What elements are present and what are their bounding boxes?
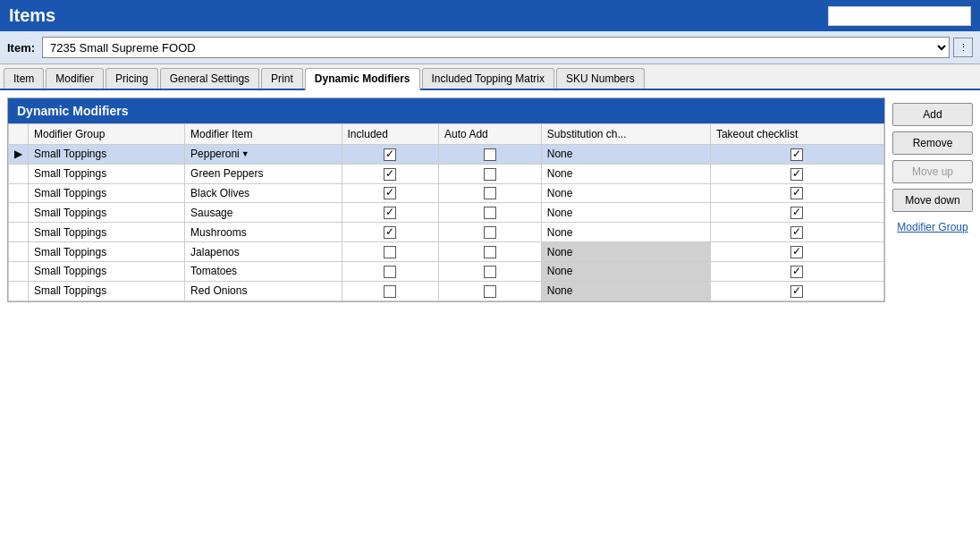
included-cell[interactable] [342, 261, 439, 281]
takeout-cell[interactable] [710, 203, 883, 223]
substitution-cell: None [541, 203, 710, 223]
table-row[interactable]: Small ToppingsJalapenosNone [9, 242, 884, 262]
item-label: Item: [7, 41, 35, 55]
tab-item[interactable]: Item [4, 68, 44, 89]
modifier-item-cell: Tomatoes [185, 261, 342, 281]
substitution-cell: None [541, 242, 710, 262]
modifier-group-cell: Small Toppings [29, 261, 185, 281]
remove-button[interactable]: Remove [892, 131, 973, 155]
takeout-cell[interactable] [710, 281, 883, 300]
substitution-cell: None [541, 261, 710, 281]
row-arrow [9, 164, 29, 183]
auto-add-cell[interactable] [439, 281, 542, 300]
col-modifier-item: Modifier Item [185, 124, 342, 145]
row-arrow [9, 261, 29, 281]
takeout-cell[interactable] [710, 242, 883, 262]
tab-included-topping-matrix[interactable]: Included Topping Matrix [422, 68, 555, 89]
modifiers-table: Modifier Group Modifier Item Included Au… [8, 123, 884, 301]
page-title: Items [9, 5, 55, 26]
modifier-group-cell: Small Toppings [29, 145, 185, 165]
row-arrow [9, 281, 29, 300]
move-up-button[interactable]: Move up [892, 160, 973, 183]
table-row[interactable]: Small ToppingsGreen PeppersNone [9, 164, 884, 183]
substitution-cell: None [541, 223, 710, 242]
included-cell[interactable] [342, 281, 439, 300]
modifier-group-cell: Small Toppings [29, 183, 185, 203]
substitution-cell: None [541, 183, 710, 203]
table-row[interactable]: Small ToppingsTomatoesNone [9, 261, 884, 281]
section-header: Dynamic Modifiers [8, 98, 884, 123]
auto-add-cell[interactable] [439, 261, 542, 281]
auto-add-cell[interactable] [439, 183, 542, 203]
col-auto-add: Auto Add [439, 124, 542, 145]
tab-modifier[interactable]: Modifier [46, 68, 104, 89]
modifier-group-cell: Small Toppings [29, 281, 185, 300]
tab-dynamic-modifiers[interactable]: Dynamic Modifiers [305, 68, 420, 90]
col-substitution: Substitution ch... [541, 124, 710, 145]
auto-add-cell[interactable] [439, 203, 542, 223]
included-cell[interactable] [342, 223, 439, 242]
takeout-cell[interactable] [710, 261, 883, 281]
modifier-item-cell: Mushrooms [185, 223, 342, 242]
modifier-item-cell[interactable]: Pepperoni ▼ [185, 145, 342, 165]
row-arrow [9, 183, 29, 203]
header-search-input[interactable] [828, 6, 971, 26]
tab-general-settings[interactable]: General Settings [160, 68, 259, 89]
auto-add-cell[interactable] [439, 242, 542, 262]
substitution-cell: None [541, 164, 710, 183]
tab-sku-numbers[interactable]: SKU Numbers [556, 68, 645, 89]
modifier-item-cell: Black Olives [185, 183, 342, 203]
col-modifier-group: Modifier Group [29, 124, 185, 145]
table-row[interactable]: Small ToppingsRed OnionsNone [9, 281, 884, 300]
takeout-cell[interactable] [710, 145, 883, 165]
included-cell[interactable] [342, 183, 439, 203]
modifier-item-cell: Jalapenos [185, 242, 342, 262]
sidebar-buttons: Add Remove Move up Move down Modifier Gr… [892, 97, 973, 302]
modifier-group-cell: Small Toppings [29, 223, 185, 242]
takeout-cell[interactable] [710, 183, 883, 203]
substitution-cell: None [541, 281, 710, 300]
tab-pricing[interactable]: Pricing [106, 68, 158, 89]
dynamic-modifiers-section: Dynamic Modifiers Modifier Group Modifie… [7, 97, 885, 302]
main-content: Dynamic Modifiers Modifier Group Modifie… [0, 90, 980, 309]
add-button[interactable]: Add [892, 103, 973, 126]
auto-add-cell[interactable] [439, 164, 542, 183]
table-row[interactable]: Small ToppingsMushroomsNone [9, 223, 884, 242]
modifier-group-cell: Small Toppings [29, 164, 185, 183]
item-select[interactable]: 7235 Small Supreme FOOD [42, 37, 950, 58]
takeout-cell[interactable] [710, 164, 883, 183]
included-cell[interactable] [342, 203, 439, 223]
table-row[interactable]: ▶Small ToppingsPepperoni ▼None [9, 145, 884, 165]
col-arrow [9, 124, 29, 145]
row-arrow [9, 203, 29, 223]
modifier-item-cell: Red Onions [185, 281, 342, 300]
tab-print[interactable]: Print [261, 68, 303, 89]
included-cell[interactable] [342, 145, 439, 165]
modifier-group-cell: Small Toppings [29, 242, 185, 262]
table-row[interactable]: Small ToppingsBlack OlivesNone [9, 183, 884, 203]
row-arrow [9, 223, 29, 242]
substitution-cell: None [541, 145, 710, 165]
item-row: Item: 7235 Small Supreme FOOD ⋮ [0, 31, 980, 64]
table-row[interactable]: Small ToppingsSausageNone [9, 203, 884, 223]
move-down-button[interactable]: Move down [892, 189, 973, 212]
header-bar: Items [0, 0, 980, 31]
modifier-item-cell: Sausage [185, 203, 342, 223]
included-cell[interactable] [342, 164, 439, 183]
tabs-bar: Item Modifier Pricing General Settings P… [0, 64, 980, 90]
takeout-cell[interactable] [710, 223, 883, 242]
col-included: Included [342, 124, 439, 145]
row-arrow [9, 242, 29, 262]
modifier-item-cell: Green Peppers [185, 164, 342, 183]
auto-add-cell[interactable] [439, 223, 542, 242]
col-takeout: Takeout checklist [710, 124, 883, 145]
modifier-group-cell: Small Toppings [29, 203, 185, 223]
included-cell[interactable] [342, 242, 439, 262]
auto-add-cell[interactable] [439, 145, 542, 165]
row-arrow: ▶ [9, 145, 29, 165]
item-icon-btn[interactable]: ⋮ [953, 38, 973, 57]
modifier-group-link[interactable]: Modifier Group [892, 221, 973, 233]
